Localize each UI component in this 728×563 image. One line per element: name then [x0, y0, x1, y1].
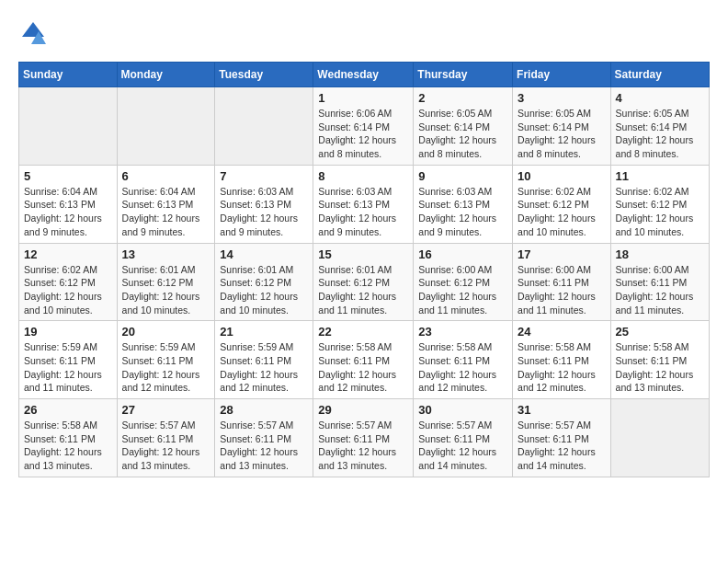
calendar-table: SundayMondayTuesdayWednesdayThursdayFrid…: [18, 62, 710, 477]
calendar-cell: 2Sunrise: 6:05 AM Sunset: 6:14 PM Daylig…: [414, 87, 513, 166]
day-info: Sunrise: 6:01 AM Sunset: 6:12 PM Dayligh…: [318, 263, 408, 317]
calendar-week-row: 5Sunrise: 6:04 AM Sunset: 6:13 PM Daylig…: [19, 165, 710, 243]
day-number: 26: [24, 403, 112, 417]
day-info: Sunrise: 6:02 AM Sunset: 6:12 PM Dayligh…: [518, 185, 606, 239]
day-info: Sunrise: 5:57 AM Sunset: 6:11 PM Dayligh…: [220, 419, 308, 473]
day-info: Sunrise: 6:03 AM Sunset: 6:13 PM Dayligh…: [220, 185, 308, 239]
day-info: Sunrise: 5:58 AM Sunset: 6:11 PM Dayligh…: [418, 340, 507, 395]
day-number: 10: [518, 169, 606, 183]
day-info: Sunrise: 5:57 AM Sunset: 6:11 PM Dayligh…: [122, 419, 210, 473]
day-info: Sunrise: 6:04 AM Sunset: 6:13 PM Dayligh…: [122, 185, 210, 239]
day-info: Sunrise: 5:58 AM Sunset: 6:11 PM Dayligh…: [616, 340, 704, 395]
day-number: 7: [220, 169, 308, 183]
day-info: Sunrise: 6:03 AM Sunset: 6:13 PM Dayligh…: [318, 185, 408, 239]
day-info: Sunrise: 6:00 AM Sunset: 6:11 PM Dayligh…: [616, 263, 704, 317]
day-info: Sunrise: 5:57 AM Sunset: 6:11 PM Dayligh…: [518, 419, 606, 473]
calendar-week-row: 1Sunrise: 6:06 AM Sunset: 6:14 PM Daylig…: [19, 87, 710, 166]
day-number: 15: [318, 247, 408, 261]
calendar-cell: 21Sunrise: 5:59 AM Sunset: 6:11 PM Dayli…: [215, 321, 313, 399]
logo: [18, 18, 51, 48]
day-number: 30: [418, 403, 507, 417]
calendar-week-row: 26Sunrise: 5:58 AM Sunset: 6:11 PM Dayli…: [19, 399, 710, 477]
day-number: 6: [122, 169, 210, 183]
day-number: 22: [318, 325, 408, 339]
day-number: 24: [518, 325, 606, 339]
calendar-cell: 14Sunrise: 6:01 AM Sunset: 6:12 PM Dayli…: [215, 243, 313, 321]
calendar-cell: 22Sunrise: 5:58 AM Sunset: 6:11 PM Dayli…: [313, 321, 414, 399]
day-info: Sunrise: 6:06 AM Sunset: 6:14 PM Dayligh…: [318, 107, 408, 161]
calendar-cell: 27Sunrise: 5:57 AM Sunset: 6:11 PM Dayli…: [117, 399, 215, 477]
day-number: 29: [318, 403, 408, 417]
day-info: Sunrise: 5:59 AM Sunset: 6:11 PM Dayligh…: [220, 340, 308, 395]
day-info: Sunrise: 5:57 AM Sunset: 6:11 PM Dayligh…: [318, 419, 408, 473]
page-header: [18, 18, 710, 48]
day-info: Sunrise: 5:59 AM Sunset: 6:11 PM Dayligh…: [122, 340, 210, 395]
column-header-monday: Monday: [117, 63, 215, 87]
calendar-cell: 28Sunrise: 5:57 AM Sunset: 6:11 PM Dayli…: [215, 399, 313, 477]
column-header-tuesday: Tuesday: [215, 63, 313, 87]
calendar-cell: 26Sunrise: 5:58 AM Sunset: 6:11 PM Dayli…: [19, 399, 118, 477]
day-number: 5: [24, 169, 112, 183]
calendar-cell: [19, 87, 118, 166]
day-number: 23: [418, 325, 507, 339]
day-number: 11: [616, 169, 704, 183]
calendar-cell: 1Sunrise: 6:06 AM Sunset: 6:14 PM Daylig…: [313, 87, 414, 166]
day-number: 14: [220, 247, 308, 261]
day-number: 28: [220, 403, 308, 417]
column-header-thursday: Thursday: [414, 63, 513, 87]
calendar-cell: 23Sunrise: 5:58 AM Sunset: 6:11 PM Dayli…: [414, 321, 513, 399]
day-info: Sunrise: 5:58 AM Sunset: 6:11 PM Dayligh…: [24, 419, 112, 473]
day-info: Sunrise: 6:05 AM Sunset: 6:14 PM Dayligh…: [518, 107, 606, 161]
day-number: 9: [418, 169, 507, 183]
day-info: Sunrise: 6:01 AM Sunset: 6:12 PM Dayligh…: [122, 263, 210, 317]
calendar-cell: [215, 87, 313, 166]
day-number: 21: [220, 325, 308, 339]
day-number: 4: [616, 91, 704, 105]
calendar-cell: 24Sunrise: 5:58 AM Sunset: 6:11 PM Dayli…: [513, 321, 611, 399]
logo-icon: [18, 18, 48, 48]
day-number: 25: [616, 325, 704, 339]
column-header-sunday: Sunday: [19, 63, 118, 87]
svg-marker-0: [22, 22, 44, 37]
calendar-cell: [610, 399, 709, 477]
day-info: Sunrise: 5:58 AM Sunset: 6:11 PM Dayligh…: [318, 340, 408, 395]
day-number: 20: [122, 325, 210, 339]
calendar-week-row: 12Sunrise: 6:02 AM Sunset: 6:12 PM Dayli…: [19, 243, 710, 321]
calendar-cell: 6Sunrise: 6:04 AM Sunset: 6:13 PM Daylig…: [117, 165, 215, 243]
day-number: 31: [518, 403, 606, 417]
day-info: Sunrise: 6:01 AM Sunset: 6:12 PM Dayligh…: [220, 263, 308, 317]
day-info: Sunrise: 6:00 AM Sunset: 6:12 PM Dayligh…: [418, 263, 507, 317]
calendar-cell: 18Sunrise: 6:00 AM Sunset: 6:11 PM Dayli…: [610, 243, 709, 321]
calendar-cell: 31Sunrise: 5:57 AM Sunset: 6:11 PM Dayli…: [513, 399, 611, 477]
calendar-cell: 16Sunrise: 6:00 AM Sunset: 6:12 PM Dayli…: [414, 243, 513, 321]
calendar-cell: 25Sunrise: 5:58 AM Sunset: 6:11 PM Dayli…: [610, 321, 709, 399]
day-number: 18: [616, 247, 704, 261]
calendar-header-row: SundayMondayTuesdayWednesdayThursdayFrid…: [19, 63, 710, 87]
calendar-cell: 15Sunrise: 6:01 AM Sunset: 6:12 PM Dayli…: [313, 243, 414, 321]
calendar-cell: 20Sunrise: 5:59 AM Sunset: 6:11 PM Dayli…: [117, 321, 215, 399]
calendar-cell: 7Sunrise: 6:03 AM Sunset: 6:13 PM Daylig…: [215, 165, 313, 243]
calendar-cell: 17Sunrise: 6:00 AM Sunset: 6:11 PM Dayli…: [513, 243, 611, 321]
day-info: Sunrise: 6:05 AM Sunset: 6:14 PM Dayligh…: [616, 107, 704, 161]
column-header-saturday: Saturday: [610, 63, 709, 87]
calendar-cell: 4Sunrise: 6:05 AM Sunset: 6:14 PM Daylig…: [610, 87, 709, 166]
calendar-cell: 29Sunrise: 5:57 AM Sunset: 6:11 PM Dayli…: [313, 399, 414, 477]
day-info: Sunrise: 5:58 AM Sunset: 6:11 PM Dayligh…: [518, 340, 606, 395]
day-number: 19: [24, 325, 112, 339]
calendar-week-row: 19Sunrise: 5:59 AM Sunset: 6:11 PM Dayli…: [19, 321, 710, 399]
day-info: Sunrise: 6:00 AM Sunset: 6:11 PM Dayligh…: [518, 263, 606, 317]
column-header-wednesday: Wednesday: [313, 63, 414, 87]
day-info: Sunrise: 6:02 AM Sunset: 6:12 PM Dayligh…: [24, 263, 112, 317]
day-info: Sunrise: 6:02 AM Sunset: 6:12 PM Dayligh…: [616, 185, 704, 239]
calendar-cell: 8Sunrise: 6:03 AM Sunset: 6:13 PM Daylig…: [313, 165, 414, 243]
day-number: 2: [418, 91, 507, 105]
calendar-cell: 5Sunrise: 6:04 AM Sunset: 6:13 PM Daylig…: [19, 165, 118, 243]
calendar-cell: 9Sunrise: 6:03 AM Sunset: 6:13 PM Daylig…: [414, 165, 513, 243]
calendar-cell: 13Sunrise: 6:01 AM Sunset: 6:12 PM Dayli…: [117, 243, 215, 321]
day-info: Sunrise: 6:05 AM Sunset: 6:14 PM Dayligh…: [418, 107, 507, 161]
day-number: 16: [418, 247, 507, 261]
calendar-cell: 19Sunrise: 5:59 AM Sunset: 6:11 PM Dayli…: [19, 321, 118, 399]
day-number: 12: [24, 247, 112, 261]
day-info: Sunrise: 5:59 AM Sunset: 6:11 PM Dayligh…: [24, 340, 112, 395]
day-info: Sunrise: 6:04 AM Sunset: 6:13 PM Dayligh…: [24, 185, 112, 239]
